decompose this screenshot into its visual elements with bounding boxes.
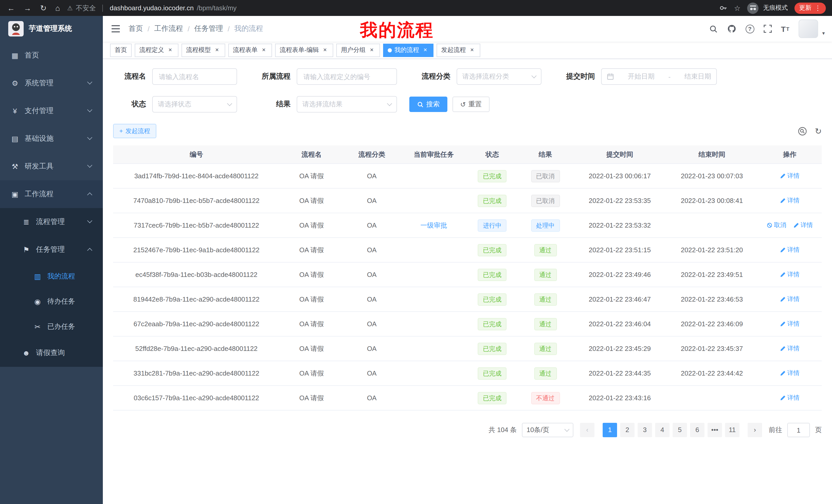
sidebar-item-process-management[interactable]: ≣ 流程管理 bbox=[0, 208, 103, 236]
owner-process-input[interactable] bbox=[297, 68, 397, 85]
tab[interactable]: 流程定义 × bbox=[135, 44, 178, 57]
cell-category: OA bbox=[343, 246, 400, 254]
result-tag: 已取消 bbox=[531, 194, 560, 207]
search-button[interactable]: 搜索 bbox=[409, 96, 447, 112]
cancel-link[interactable]: 取消 bbox=[767, 221, 786, 230]
col-submit-time: 提交时间 bbox=[574, 150, 666, 159]
tab[interactable]: 流程表单 × bbox=[228, 44, 272, 57]
yen-icon: ¥ bbox=[10, 107, 20, 115]
close-icon[interactable]: × bbox=[213, 47, 220, 54]
page-button[interactable]: 5 bbox=[673, 423, 687, 437]
close-icon[interactable]: × bbox=[260, 47, 267, 54]
refresh-icon[interactable]: ↻ bbox=[815, 126, 822, 136]
page-button[interactable]: 6 bbox=[690, 423, 704, 437]
detail-link[interactable]: 详情 bbox=[780, 270, 800, 279]
page-button[interactable]: 1 bbox=[603, 423, 617, 437]
close-icon[interactable]: × bbox=[368, 47, 375, 54]
bookmark-star-icon[interactable]: ☆ bbox=[734, 4, 740, 12]
toggle-search-icon[interactable] bbox=[798, 127, 807, 135]
page-button[interactable]: 4 bbox=[655, 423, 670, 437]
tab[interactable]: 流程表单-编辑 × bbox=[275, 44, 333, 57]
sidebar-item-infrastructure[interactable]: ▤ 基础设施 bbox=[0, 125, 103, 152]
detail-link[interactable]: 详情 bbox=[780, 319, 800, 328]
reload-icon[interactable]: ↻ bbox=[40, 4, 47, 12]
breadcrumb-task-management[interactable]: 任务管理 bbox=[194, 24, 223, 33]
tab[interactable]: 发起流程 × bbox=[437, 44, 480, 57]
github-icon[interactable] bbox=[727, 24, 736, 33]
browser-home-icon[interactable]: ⌂ bbox=[55, 4, 60, 12]
sidebar-item-todo-tasks[interactable]: ◉ 待办任务 bbox=[0, 289, 103, 314]
cell-process-name: OA 请假 bbox=[280, 295, 343, 304]
detail-link[interactable]: 详情 bbox=[780, 172, 800, 180]
breadcrumb-workflow[interactable]: 工作流程 bbox=[154, 24, 183, 33]
cell-category: OA bbox=[343, 320, 400, 328]
result-select[interactable]: 请选择流结果 bbox=[297, 96, 397, 113]
next-page-button[interactable]: › bbox=[748, 423, 762, 437]
sidebar-item-workflow[interactable]: ▣ 工作流程 bbox=[0, 180, 103, 208]
table-body: 3ad174fb-7b9d-11ec-8404-acde48001122 OA … bbox=[113, 164, 822, 411]
category-select[interactable]: 请选择流程分类 bbox=[457, 68, 542, 85]
browser-menu-icon[interactable]: ⋮ bbox=[814, 4, 821, 12]
close-icon[interactable]: × bbox=[422, 47, 429, 54]
page-button[interactable]: 2 bbox=[620, 423, 634, 437]
tab[interactable]: 流程模型 × bbox=[182, 44, 225, 57]
cell-actions: 详情 bbox=[758, 344, 822, 353]
cell-id: 819442e8-7b9a-11ec-a290-acde48001122 bbox=[113, 296, 280, 303]
submit-time-range-picker[interactable]: 开始日期 - 结束日期 bbox=[601, 68, 717, 85]
sidebar-item-leave-query[interactable]: ☻ 请假查询 bbox=[0, 339, 103, 367]
status-select[interactable]: 请选择状态 bbox=[152, 96, 237, 113]
filter-row-2: 状态 请选择状态 结果 请选择流结果 bbox=[113, 96, 822, 113]
breadcrumb-home[interactable]: 首页 bbox=[129, 24, 143, 33]
detail-link[interactable]: 详情 bbox=[780, 369, 800, 377]
tab[interactable]: 我的流程 × bbox=[383, 44, 434, 57]
password-key-icon[interactable] bbox=[720, 4, 727, 12]
start-process-button[interactable]: + 发起流程 bbox=[113, 124, 156, 138]
back-icon[interactable]: ← bbox=[7, 4, 15, 12]
incognito-icon bbox=[747, 2, 758, 13]
tab[interactable]: 用户分组 × bbox=[336, 44, 380, 57]
sidebar-item-dev-tools[interactable]: ⚒ 研发工具 bbox=[0, 152, 103, 180]
page-button[interactable]: 11 bbox=[725, 423, 739, 437]
close-icon[interactable]: × bbox=[166, 47, 174, 54]
close-icon[interactable]: × bbox=[321, 47, 329, 54]
sidebar-toggle-icon[interactable] bbox=[111, 25, 120, 33]
detail-link[interactable]: 详情 bbox=[793, 221, 813, 230]
sidebar-item-my-process[interactable]: ▥ 我的流程 bbox=[0, 263, 103, 289]
col-end-time: 结束时间 bbox=[666, 150, 758, 159]
prev-page-button[interactable]: ‹ bbox=[580, 423, 594, 437]
fullscreen-icon[interactable] bbox=[763, 25, 772, 33]
end-date-placeholder: 结束日期 bbox=[684, 72, 711, 81]
page-button[interactable]: 3 bbox=[638, 423, 652, 437]
cell-process-name: OA 请假 bbox=[280, 171, 343, 180]
scissors-icon: ✂ bbox=[33, 323, 42, 331]
help-icon[interactable]: ? bbox=[745, 24, 754, 33]
search-icon[interactable] bbox=[709, 24, 718, 33]
reset-button[interactable]: ↺ 重置 bbox=[452, 96, 490, 112]
sidebar-item-home[interactable]: ▦ 首页 bbox=[0, 41, 103, 69]
detail-link[interactable]: 详情 bbox=[780, 344, 800, 353]
sidebar-item-system[interactable]: ⚙ 系统管理 bbox=[0, 69, 103, 97]
page-button[interactable]: ••• bbox=[707, 423, 722, 437]
address-bar[interactable]: ⚠ 不安全 dashboard.yudao.iocoder.cn/bpm/tas… bbox=[67, 3, 713, 12]
cell-end-time: 2022-01-23 00:08:41 bbox=[666, 197, 758, 204]
browser-update-button[interactable]: 更新 ⋮ bbox=[795, 2, 826, 13]
current-task-link[interactable]: 一级审批 bbox=[420, 221, 447, 229]
cell-end-time: 2022-01-22 23:49:51 bbox=[666, 271, 758, 278]
sidebar-item-done-tasks[interactable]: ✂ 已办任务 bbox=[0, 314, 103, 339]
detail-link[interactable]: 详情 bbox=[780, 295, 800, 304]
workflow-submenu: ≣ 流程管理 ⚑ 任务管理 ▥ 我的流程 ◉ 待 bbox=[0, 208, 103, 367]
tab[interactable]: 首页 × bbox=[110, 44, 132, 57]
sidebar-item-task-management[interactable]: ⚑ 任务管理 bbox=[0, 236, 103, 263]
font-size-icon[interactable]: TT bbox=[781, 24, 789, 33]
forward-icon[interactable]: → bbox=[24, 4, 31, 12]
process-name-input[interactable] bbox=[152, 68, 237, 85]
detail-link[interactable]: 详情 bbox=[780, 196, 800, 205]
detail-link[interactable]: 详情 bbox=[780, 246, 800, 254]
user-avatar[interactable] bbox=[799, 20, 818, 38]
close-icon[interactable]: × bbox=[468, 47, 476, 54]
detail-link[interactable]: 详情 bbox=[780, 394, 800, 402]
cell-id: ec45f38f-7b9a-11ec-b03b-acde48001122 bbox=[113, 271, 280, 278]
page-size-select[interactable]: 10条/页 bbox=[522, 423, 573, 437]
goto-page-input[interactable] bbox=[787, 423, 810, 437]
sidebar-item-payment[interactable]: ¥ 支付管理 bbox=[0, 97, 103, 125]
